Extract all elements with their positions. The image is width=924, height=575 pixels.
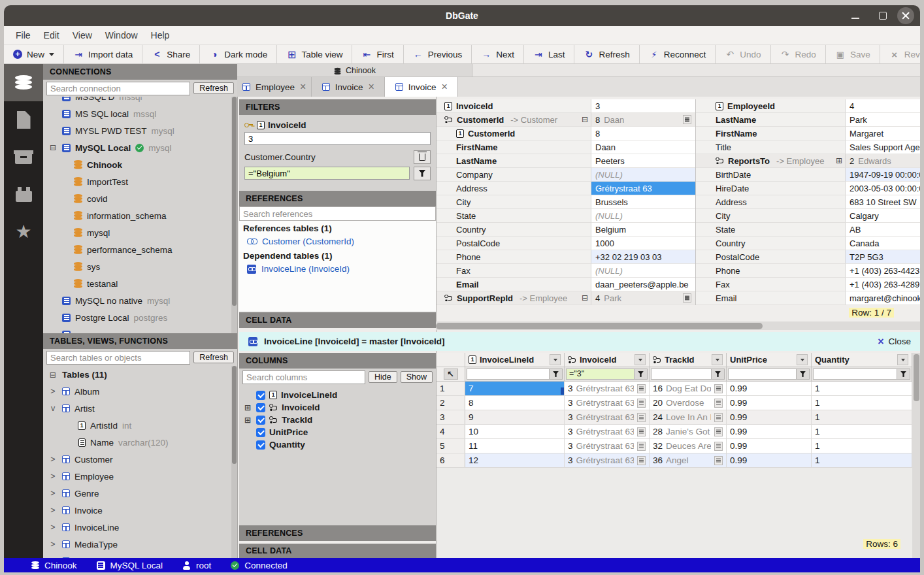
form-row[interactable]: EmployeeId 4 (696, 99, 920, 113)
tab[interactable]: Invoice (385, 77, 458, 97)
open-detail-icon[interactable] (637, 399, 646, 408)
table-tree-item[interactable]: > Genre (43, 485, 237, 502)
grid-row[interactable]: 2 8 3 Grétrystraat 63 20 Overdose 0.99 1 (437, 396, 912, 410)
cell-invoicelineid[interactable]: 8 (465, 396, 565, 410)
cell-quantity[interactable]: 1 (812, 382, 912, 395)
search-columns-input[interactable] (242, 370, 365, 384)
chevron-icon[interactable]: ⊟ (48, 370, 58, 380)
column-menu-button[interactable] (635, 354, 646, 365)
chevron-icon[interactable]: > (48, 472, 58, 481)
form-field-label[interactable]: Phone (437, 250, 591, 264)
cell-unitprice[interactable]: 0.99 (727, 382, 812, 395)
close-tab-icon[interactable] (442, 82, 448, 92)
tables-scrollbar[interactable] (231, 366, 237, 558)
form-field-label[interactable]: FirstName (437, 140, 591, 154)
connection-item[interactable]: sys (43, 258, 237, 275)
form-row[interactable]: Country Belgium (437, 223, 695, 237)
connection-item[interactable]: information_schema (43, 207, 237, 224)
form-field-value[interactable]: +32 02 219 03 03 (591, 250, 695, 264)
connection-item[interactable]: ImportTest (43, 173, 237, 190)
search-connection-input[interactable] (46, 82, 190, 95)
chevron-icon[interactable]: > (48, 506, 58, 515)
form-field-value[interactable]: 2003-05-03 00:00:00 (846, 182, 920, 195)
table-tree-item[interactable]: Name varchar(120) (43, 434, 237, 451)
menu-item[interactable]: Help (144, 28, 176, 42)
form-field-value[interactable]: Daan (591, 140, 695, 154)
form-field-value[interactable]: 683 10 Street SW (846, 195, 920, 209)
filter-button[interactable] (712, 369, 725, 380)
checkbox-checked-icon[interactable] (256, 391, 265, 400)
open-detail-icon[interactable] (637, 384, 646, 393)
table-tree-item[interactable]: > Invoice (43, 502, 237, 519)
form-field-label[interactable]: HireDate (696, 182, 846, 195)
clear-filters-button[interactable] (444, 369, 458, 380)
grid-filter-input[interactable] (467, 369, 550, 380)
form-row[interactable]: Email margaret@chinookcorp.com (696, 291, 920, 305)
connection-item[interactable]: performance_schema (43, 241, 237, 258)
form-field-label[interactable]: EmployeeId (696, 99, 846, 113)
form-field-value[interactable]: 4 Park (591, 291, 695, 305)
form-row[interactable]: City Calgary (696, 209, 920, 223)
checkbox-checked-icon[interactable] (256, 416, 265, 425)
cell-invoiceid[interactable]: 3 Grétrystraat 63 (565, 396, 650, 410)
toolbar-button[interactable]: Revert (880, 45, 920, 63)
column-checkbox-item[interactable]: Quantity (239, 438, 436, 451)
grid-row[interactable]: 1 7 3 Grétrystraat 63 16 Dog Eat Dog 0.9… (437, 382, 912, 396)
form-field-value[interactable]: AB (846, 223, 920, 237)
toolbar-button[interactable]: First (352, 45, 403, 63)
form-row[interactable]: State (NULL) (437, 209, 695, 223)
cell-quantity[interactable]: 1 (812, 396, 912, 410)
connection-item[interactable]: MSSQL D mssql (43, 97, 237, 105)
checkbox-checked-icon[interactable] (256, 440, 265, 450)
form-field-value[interactable]: 2 Edwards (846, 154, 920, 168)
open-detail-icon[interactable] (683, 115, 691, 124)
grid-vertical-scrollbar[interactable] (912, 353, 920, 558)
grid-filter-input[interactable] (728, 369, 797, 380)
form-field-label[interactable]: CustomerId -> Customer ⊟ (437, 113, 591, 127)
form-field-label[interactable]: PostalCode (437, 237, 591, 250)
form-horizontal-scrollbar[interactable] (436, 321, 920, 330)
rail-item-plugins[interactable] (4, 176, 43, 213)
form-row[interactable]: CustomerId 8 (437, 127, 695, 140)
toolbar-button[interactable]: Import data (64, 45, 142, 63)
form-field-label[interactable]: Country (437, 223, 591, 237)
form-row[interactable]: PostalCode T2P 5G3 (696, 250, 920, 264)
open-detail-icon[interactable] (637, 413, 646, 422)
invoiceid-filter-input[interactable] (244, 132, 431, 145)
toolbar-button[interactable]: Reconnect (640, 45, 716, 63)
connection-item[interactable] (43, 326, 237, 333)
remove-filter-button[interactable] (414, 150, 431, 164)
close-banner-button[interactable]: Close (878, 337, 911, 347)
grid-column-header[interactable]: InvoiceLineId (465, 353, 565, 367)
form-row[interactable]: Email daan_peeters@apple.be (437, 278, 695, 291)
form-row[interactable]: InvoiceId 3 (437, 99, 695, 113)
cell-trackid[interactable]: 32 Deuces Are Wild (650, 439, 727, 453)
form-field-label[interactable]: Company (437, 168, 591, 182)
column-checkbox-item[interactable]: UnitPrice (239, 426, 436, 438)
table-tree-item[interactable]: > Album (43, 383, 237, 400)
connection-item[interactable]: MS SQL local mssql (43, 105, 237, 122)
form-field-label[interactable]: BirthDate (696, 168, 846, 182)
close-tab-icon[interactable] (369, 82, 374, 92)
open-detail-icon[interactable] (714, 384, 723, 393)
toolbar-button[interactable]: Previous (404, 45, 472, 63)
rail-item-archive[interactable] (4, 139, 43, 176)
statusbar-database[interactable]: Chinook (31, 561, 77, 570)
form-field-label[interactable]: LastName (437, 154, 591, 168)
rail-item-favorites[interactable] (4, 213, 43, 250)
open-detail-icon[interactable] (714, 399, 723, 408)
grid-filter-input[interactable] (651, 369, 712, 380)
form-row[interactable]: Title Sales Support Agent (696, 140, 920, 154)
grid-column-header[interactable]: UnitPrice (727, 353, 812, 367)
form-field-value[interactable]: 4 (846, 99, 920, 113)
form-row[interactable]: Address 683 10 Street SW (696, 195, 920, 209)
cell-invoicelineid[interactable]: 10 (465, 425, 565, 438)
cell-unitprice[interactable]: 0.99 (727, 396, 812, 410)
open-detail-icon[interactable] (714, 442, 723, 451)
form-field-label[interactable]: City (696, 209, 846, 223)
form-row[interactable]: Country Canada (696, 237, 920, 250)
open-detail-icon[interactable] (714, 456, 723, 465)
cell-quantity[interactable]: 1 (812, 439, 912, 453)
grid-row[interactable]: 4 10 3 Grétrystraat 63 28 Janie's Got A … (437, 425, 912, 439)
refresh-connections-button[interactable]: Refresh (193, 82, 234, 94)
